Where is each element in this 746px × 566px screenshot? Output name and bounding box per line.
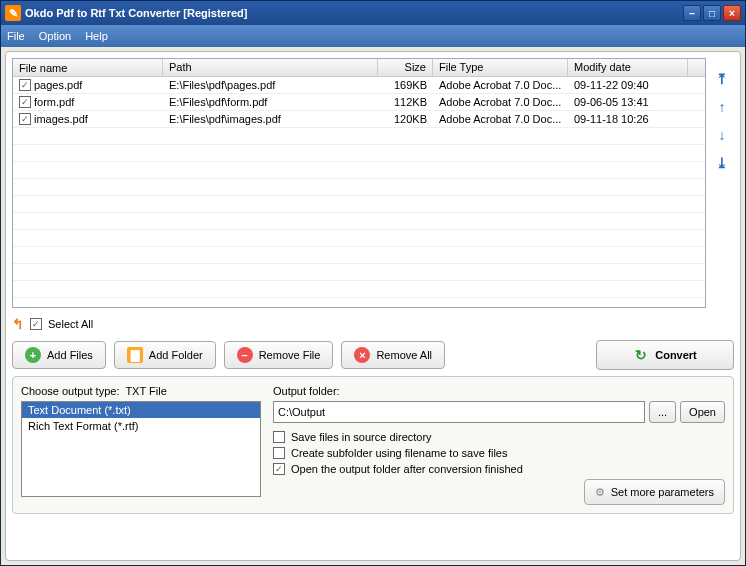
select-all-label: Select All bbox=[48, 318, 93, 330]
gear-icon: ⚙ bbox=[595, 486, 605, 499]
remove-all-button[interactable]: ×Remove All bbox=[341, 341, 445, 369]
save-source-checkbox[interactable] bbox=[273, 431, 285, 443]
app-window: ✎ Okdo Pdf to Rtf Txt Converter [Registe… bbox=[0, 0, 746, 566]
browse-button[interactable]: ... bbox=[649, 401, 676, 423]
file-date: 09-11-22 09:40 bbox=[568, 78, 688, 92]
col-header-path[interactable]: Path bbox=[163, 59, 378, 76]
file-size: 120KB bbox=[378, 112, 433, 126]
file-size: 169KB bbox=[378, 78, 433, 92]
maximize-button[interactable]: □ bbox=[703, 5, 721, 21]
output-type-list[interactable]: Text Document (*.txt)Rich Text Format (*… bbox=[21, 401, 261, 497]
file-size: 112KB bbox=[378, 95, 433, 109]
clear-icon: × bbox=[354, 347, 370, 363]
minus-icon: – bbox=[237, 347, 253, 363]
minimize-button[interactable]: – bbox=[683, 5, 701, 21]
table-row[interactable]: ✓pages.pdfE:\Files\pdf\pages.pdf169KBAdo… bbox=[13, 77, 705, 94]
file-date: 09-11-18 10:26 bbox=[568, 112, 688, 126]
remove-file-button[interactable]: –Remove File bbox=[224, 341, 334, 369]
file-list[interactable]: File name Path Size File Type Modify dat… bbox=[12, 58, 706, 308]
file-path: E:\Files\pdf\images.pdf bbox=[163, 112, 378, 126]
move-up-button[interactable]: ↑ bbox=[712, 98, 732, 116]
subfolder-label: Create subfolder using filename to save … bbox=[291, 447, 507, 459]
plus-icon: + bbox=[25, 347, 41, 363]
col-header-name[interactable]: File name bbox=[13, 59, 163, 76]
file-date: 09-06-05 13:41 bbox=[568, 95, 688, 109]
convert-button[interactable]: ↻Convert bbox=[596, 340, 734, 370]
output-folder-label: Output folder: bbox=[273, 385, 725, 397]
file-path: E:\Files\pdf\pages.pdf bbox=[163, 78, 378, 92]
move-top-button[interactable]: ⤒ bbox=[712, 70, 732, 88]
menu-file[interactable]: File bbox=[7, 30, 25, 42]
set-parameters-button[interactable]: ⚙Set more parameters bbox=[584, 479, 725, 505]
file-list-header: File name Path Size File Type Modify dat… bbox=[13, 59, 705, 77]
save-source-label: Save files in source directory bbox=[291, 431, 432, 443]
file-type: Adobe Acrobat 7.0 Doc... bbox=[433, 112, 568, 126]
convert-icon: ↻ bbox=[633, 347, 649, 363]
file-name: pages.pdf bbox=[34, 79, 82, 91]
output-folder-input[interactable] bbox=[273, 401, 645, 423]
menu-help[interactable]: Help bbox=[85, 30, 108, 42]
col-header-date[interactable]: Modify date bbox=[568, 59, 688, 76]
file-type: Adobe Acrobat 7.0 Doc... bbox=[433, 95, 568, 109]
select-all-checkbox[interactable]: ✓ bbox=[30, 318, 42, 330]
app-icon: ✎ bbox=[5, 5, 21, 21]
file-name: form.pdf bbox=[34, 96, 74, 108]
open-after-checkbox[interactable]: ✓ bbox=[273, 463, 285, 475]
file-name: images.pdf bbox=[34, 113, 88, 125]
move-down-button[interactable]: ↓ bbox=[712, 126, 732, 144]
col-header-size[interactable]: Size bbox=[378, 59, 433, 76]
reorder-buttons: ⤒ ↑ ↓ ⤓ bbox=[712, 58, 734, 308]
output-type-label: Choose output type: bbox=[21, 385, 119, 397]
subfolder-checkbox[interactable] bbox=[273, 447, 285, 459]
menu-bar: File Option Help bbox=[1, 25, 745, 47]
title-bar: ✎ Okdo Pdf to Rtf Txt Converter [Registe… bbox=[1, 1, 745, 25]
file-path: E:\Files\pdf\form.pdf bbox=[163, 95, 378, 109]
row-checkbox[interactable]: ✓ bbox=[19, 79, 31, 91]
output-type-current: TXT File bbox=[125, 385, 166, 397]
col-header-type[interactable]: File Type bbox=[433, 59, 568, 76]
move-bottom-button[interactable]: ⤓ bbox=[712, 154, 732, 172]
window-title: Okdo Pdf to Rtf Txt Converter [Registere… bbox=[25, 7, 247, 19]
table-row[interactable]: ✓form.pdfE:\Files\pdf\form.pdf112KBAdobe… bbox=[13, 94, 705, 111]
table-row[interactable]: ✓images.pdfE:\Files\pdf\images.pdf120KBA… bbox=[13, 111, 705, 128]
add-files-button[interactable]: +Add Files bbox=[12, 341, 106, 369]
close-button[interactable]: × bbox=[723, 5, 741, 21]
content-area: File name Path Size File Type Modify dat… bbox=[5, 51, 741, 561]
open-folder-button[interactable]: Open bbox=[680, 401, 725, 423]
menu-option[interactable]: Option bbox=[39, 30, 71, 42]
row-checkbox[interactable]: ✓ bbox=[19, 96, 31, 108]
list-item[interactable]: Text Document (*.txt) bbox=[22, 402, 260, 418]
add-folder-button[interactable]: ▇Add Folder bbox=[114, 341, 216, 369]
list-item[interactable]: Rich Text Format (*.rtf) bbox=[22, 418, 260, 434]
row-checkbox[interactable]: ✓ bbox=[19, 113, 31, 125]
file-type: Adobe Acrobat 7.0 Doc... bbox=[433, 78, 568, 92]
parent-folder-icon[interactable]: ↰ bbox=[12, 316, 24, 332]
open-after-label: Open the output folder after conversion … bbox=[291, 463, 523, 475]
folder-icon: ▇ bbox=[127, 347, 143, 363]
